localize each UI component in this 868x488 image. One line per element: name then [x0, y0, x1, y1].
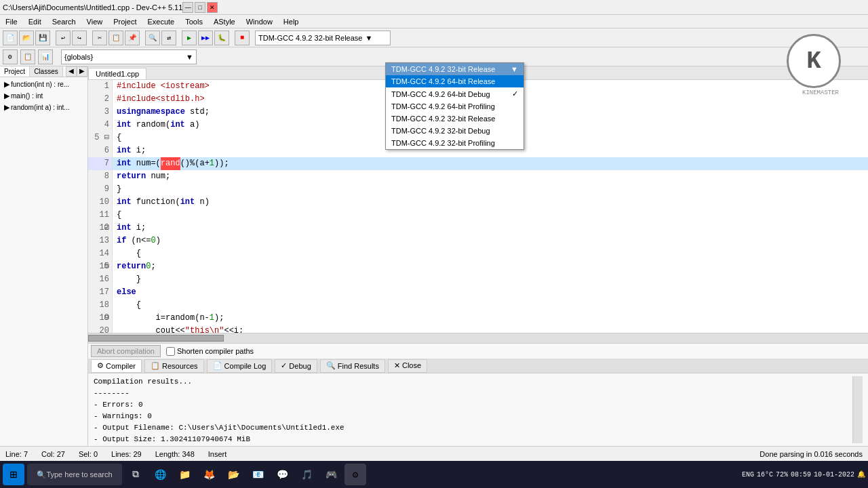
bottom-tab-compile-log[interactable]: 📄 Compile Log	[207, 359, 273, 373]
bottom-tab-close[interactable]: ✕ Close	[388, 359, 427, 373]
paste-button[interactable]: 📌	[125, 30, 140, 45]
taskbar-app-files[interactable]: 📂	[222, 464, 244, 485]
tab-project[interactable]: Project	[0, 66, 30, 77]
panel-tabs: Project Classes ◀ ▶	[0, 66, 87, 77]
close-button[interactable]: ✕	[207, 2, 218, 13]
notification-icon[interactable]: 🔔	[857, 470, 865, 479]
redo-button[interactable]: ↪	[72, 30, 87, 45]
menu-execute[interactable]: Execute	[144, 18, 177, 26]
logo-letter: K	[806, 47, 821, 75]
compile-button[interactable]: ▶	[182, 30, 197, 45]
undo-button[interactable]: ↩	[56, 30, 71, 45]
taskbar-tray: ENG 16°C 72% 08:59 10-01-2022 🔔	[742, 470, 865, 479]
bottom-scrollbar[interactable]	[852, 376, 863, 443]
tab-classes[interactable]: Classes	[30, 66, 63, 77]
code-line-12: int i;	[113, 222, 868, 235]
statusbar: Line: 7 Col: 27 Sel: 0 Lines: 29 Length:…	[0, 446, 868, 461]
scroll-track[interactable]	[88, 335, 868, 342]
taskbar: ⊞ 🔍 Type here to search ⧉ 🌐 📁 🦊 📂 📧 💬 🎵 …	[0, 461, 868, 488]
dd-option-2[interactable]: TDM-GCC 4.9.2 64-bit Debug ✓	[386, 87, 524, 100]
horizontal-scrollbar[interactable]	[88, 333, 868, 343]
dd-option-1[interactable]: TDM-GCC 4.9.2 64-bit Release	[386, 75, 524, 87]
editor-tab-main[interactable]: Untitled1.cpp	[88, 68, 146, 79]
line-num-11: 11 ⊟	[88, 209, 112, 222]
bottom-tab-find-results[interactable]: 🔍 Find Results	[320, 359, 385, 373]
bottom-tab-compiler[interactable]: ⚙ Compiler	[91, 359, 142, 373]
bottom-tab-debug[interactable]: ✓ Debug	[275, 359, 317, 373]
replace-button[interactable]: ⇄	[161, 30, 176, 45]
tree-item-function[interactable]: ▶ function(int n) : re...	[1, 79, 86, 90]
taskbar-app-browser[interactable]: 🦊	[198, 464, 220, 485]
tray-time: 08:59	[791, 471, 811, 479]
open-button[interactable]: 📂	[19, 30, 34, 45]
menu-edit[interactable]: Edit	[26, 18, 44, 26]
menu-project[interactable]: Project	[111, 18, 139, 26]
tree-item-main[interactable]: ▶ main() : int	[1, 90, 86, 102]
tb2-btn3[interactable]: 📊	[38, 49, 53, 64]
menu-astyle[interactable]: AStyle	[211, 18, 238, 26]
menubar: File Edit Search View Project Execute To…	[0, 15, 868, 28]
build-config-arrow[interactable]: ▼	[365, 34, 372, 42]
dd-option-6[interactable]: TDM-GCC 4.9.2 32-bit Profiling	[386, 137, 524, 149]
compile-log-tab-label: Compile Log	[224, 362, 267, 370]
run-button[interactable]: ▶▶	[198, 30, 213, 45]
scroll-thumb[interactable]	[88, 335, 224, 342]
find-results-tab-label: Find Results	[338, 362, 379, 370]
taskbar-app-mail[interactable]: 📧	[247, 464, 269, 485]
search-button[interactable]: 🔍	[145, 30, 160, 45]
search-placeholder: Type here to search	[46, 470, 112, 479]
status-line: Line: 7	[5, 450, 28, 458]
titlebar-title: C:\Users\Ajit\Documents\Untitled1.cpp - …	[3, 3, 182, 12]
debug-button[interactable]: 🐛	[214, 30, 229, 45]
cut-button[interactable]: ✂	[92, 30, 107, 45]
dd-option-5[interactable]: TDM-GCC 4.9.2 32-bit Debug	[386, 125, 524, 137]
tb2-btn2[interactable]: 📋	[20, 49, 35, 64]
taskbar-app-devcpp[interactable]: ⚙	[344, 464, 366, 485]
menu-view[interactable]: View	[84, 18, 106, 26]
taskbar-app-whatsapp[interactable]: 💬	[271, 464, 293, 485]
tb2-btn1[interactable]: ⚙	[3, 49, 18, 64]
minimize-button[interactable]: —	[182, 2, 193, 13]
dropdown-header: TDM-GCC 4.9.2 32-bit Release ▼	[386, 63, 524, 75]
menu-search[interactable]: Search	[50, 18, 79, 26]
dd-option-4[interactable]: TDM-GCC 4.9.2 32-bit Release	[386, 113, 524, 125]
bottom-tab-resources[interactable]: 📋 Resources	[144, 359, 204, 373]
menu-help[interactable]: Help	[281, 18, 302, 26]
resources-tab-label: Resources	[162, 362, 198, 370]
tree-item-random[interactable]: ▶ random(int a) : int...	[1, 102, 86, 113]
menu-file[interactable]: File	[3, 18, 20, 26]
find-results-tab-icon: 🔍	[326, 361, 336, 370]
maximize-button[interactable]: □	[195, 2, 205, 13]
taskbar-app-music[interactable]: 🎵	[296, 464, 317, 485]
menu-tools[interactable]: Tools	[182, 18, 205, 26]
tree-expand-icon3: ▶	[4, 103, 9, 112]
save-button[interactable]: 💾	[35, 30, 50, 45]
line-num-8: 8	[88, 170, 112, 183]
logo-circle: K	[787, 34, 841, 88]
taskbar-search[interactable]: 🔍 Type here to search	[27, 464, 122, 485]
build-config-dropdown[interactable]: TDM-GCC 4.9.2 32-bit Release ▼	[255, 30, 391, 45]
globals-arrow[interactable]: ▼	[186, 53, 193, 61]
taskbar-app-gaming[interactable]: 🎮	[320, 464, 342, 485]
resources-tab-icon: 📋	[151, 361, 160, 370]
dropdown-header-label: TDM-GCC 4.9.2 32-bit Release	[391, 65, 495, 73]
start-button[interactable]: ⊞	[3, 464, 24, 485]
stop-button[interactable]: ■	[235, 30, 250, 45]
code-line-8: return num;	[113, 170, 868, 183]
taskbar-app-taskview[interactable]: ⧉	[125, 464, 146, 485]
panel-nav-right[interactable]: ▶	[77, 66, 87, 77]
panel-nav-left[interactable]: ◀	[66, 66, 77, 77]
new-button[interactable]: 📄	[3, 30, 18, 45]
globals-dropdown[interactable]: {globals} ▼	[61, 49, 197, 64]
code-line-19: i=random(n-1);	[113, 312, 868, 325]
tree-expand-icon2: ▶	[4, 92, 9, 100]
menu-window[interactable]: Window	[243, 18, 275, 26]
shorten-paths-checkbox[interactable]	[166, 347, 175, 356]
debug-tab-label: Debug	[289, 362, 311, 370]
dd-option-3[interactable]: TDM-GCC 4.9.2 64-bit Profiling	[386, 100, 524, 113]
taskbar-app-edge[interactable]: 🌐	[149, 464, 171, 485]
taskbar-app-explorer[interactable]: 📁	[174, 464, 195, 485]
shorten-paths-label[interactable]: Shorten compiler paths	[166, 347, 254, 356]
abort-compilation-button[interactable]: Abort compilation	[91, 345, 161, 357]
copy-button[interactable]: 📋	[108, 30, 123, 45]
